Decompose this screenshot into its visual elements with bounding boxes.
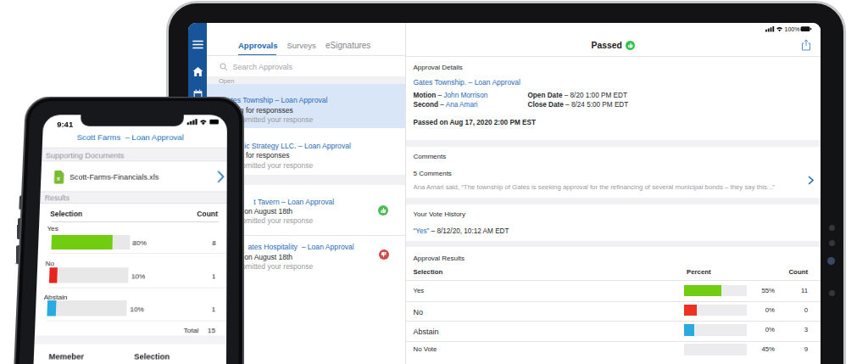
svg-text:x: x [57,176,61,182]
svg-text:100%: 100% [785,26,800,32]
